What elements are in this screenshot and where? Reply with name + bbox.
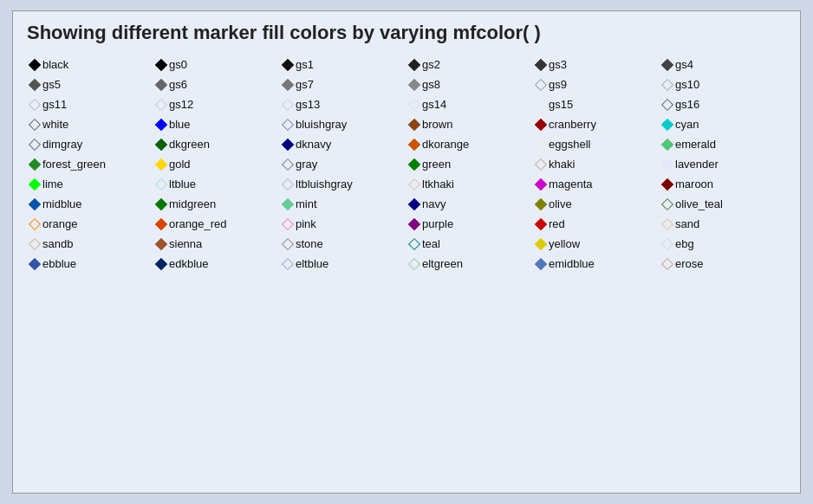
- list-item: cyan: [660, 116, 786, 132]
- color-diamond-icon: [282, 58, 294, 70]
- list-item: white: [27, 116, 153, 132]
- list-item: eltgreen: [406, 255, 533, 272]
- color-label: olive_teal: [675, 197, 723, 210]
- list-item: magenta: [533, 176, 660, 192]
- color-label: gs5: [42, 78, 61, 91]
- color-diamond-icon: [155, 197, 167, 210]
- color-diamond-icon: [535, 98, 547, 110]
- list-item: edkblue: [153, 255, 280, 272]
- list-item: teal: [406, 236, 533, 252]
- list-item: red: [533, 216, 660, 232]
- color-diamond-icon: [29, 158, 41, 170]
- color-label: gs4: [675, 58, 693, 71]
- list-item: orange: [27, 216, 153, 232]
- list-item: brown: [406, 116, 533, 132]
- color-label: lavender: [675, 158, 719, 171]
- color-diamond-icon: [535, 138, 547, 150]
- color-diamond-icon: [408, 98, 420, 110]
- color-label: lime: [42, 178, 63, 191]
- color-diamond-icon: [282, 118, 294, 130]
- list-item: gs16: [660, 96, 786, 113]
- list-item: erose: [660, 255, 786, 272]
- color-diamond-icon: [661, 237, 673, 249]
- list-item: ebblue: [27, 255, 153, 272]
- color-label: dimgray: [42, 138, 82, 151]
- color-diamond-icon: [29, 178, 41, 190]
- color-label: midblue: [42, 197, 82, 210]
- color-label: edkblue: [169, 257, 209, 270]
- color-label: teal: [422, 237, 440, 250]
- list-item: orange_red: [153, 216, 280, 232]
- color-diamond-icon: [155, 178, 167, 190]
- list-item: midblue: [27, 196, 153, 212]
- list-item: emerald: [660, 136, 786, 152]
- list-item: lime: [27, 176, 153, 192]
- color-label: eltblue: [296, 257, 328, 270]
- color-diamond-icon: [155, 78, 167, 90]
- list-item: blue: [153, 116, 280, 132]
- color-label: black: [42, 58, 68, 71]
- color-label: pink: [296, 217, 316, 230]
- color-diamond-icon: [408, 257, 420, 269]
- color-label: sandb: [42, 237, 73, 250]
- color-diamond-icon: [155, 118, 167, 130]
- color-diamond-icon: [661, 138, 673, 150]
- color-diamond-icon: [661, 158, 673, 170]
- color-diamond-icon: [408, 118, 420, 130]
- color-label: blue: [169, 118, 191, 131]
- color-diamond-icon: [661, 118, 673, 130]
- color-diamond-icon: [661, 197, 673, 210]
- color-label: sand: [675, 217, 699, 230]
- list-item: emidblue: [533, 255, 660, 272]
- list-item: maroon: [660, 176, 786, 192]
- list-item: gs5: [27, 76, 153, 93]
- color-diamond-icon: [408, 237, 420, 249]
- list-item: gs7: [280, 76, 406, 93]
- color-label: bluishgray: [296, 118, 347, 131]
- color-label: yellow: [549, 237, 580, 250]
- color-label: cranberry: [549, 118, 596, 131]
- color-diamond-icon: [408, 58, 420, 70]
- color-label: dkgreen: [169, 138, 210, 151]
- color-label: cyan: [675, 118, 699, 131]
- color-diamond-icon: [535, 257, 547, 269]
- color-grid: blackgs0gs1gs2gs3gs4gs5gs6gs7gs8gs9gs10g…: [27, 56, 786, 272]
- color-label: gray: [296, 158, 317, 171]
- color-label: khaki: [549, 158, 575, 171]
- color-diamond-icon: [282, 138, 294, 150]
- color-diamond-icon: [29, 217, 41, 229]
- list-item: gs9: [533, 76, 660, 93]
- color-label: midgreen: [169, 197, 216, 210]
- color-label: ebg: [675, 237, 694, 250]
- list-item: gray: [280, 156, 406, 172]
- list-item: gs6: [153, 76, 280, 93]
- color-label: gs0: [169, 58, 187, 71]
- color-diamond-icon: [535, 217, 547, 229]
- color-diamond-icon: [155, 138, 167, 150]
- main-container: Showing different marker fill colors by …: [12, 10, 801, 494]
- color-label: forest_green: [42, 158, 106, 171]
- list-item: dkorange: [406, 136, 533, 152]
- color-diamond-icon: [29, 78, 41, 90]
- color-label: emerald: [675, 138, 716, 151]
- color-label: sienna: [169, 237, 202, 250]
- color-diamond-icon: [535, 118, 547, 130]
- color-label: gs16: [675, 98, 699, 111]
- list-item: mint: [280, 196, 406, 212]
- color-label: maroon: [675, 178, 713, 191]
- list-item: lavender: [660, 156, 786, 172]
- list-item: forest_green: [27, 156, 153, 172]
- color-diamond-icon: [282, 257, 294, 269]
- list-item: gs1: [280, 56, 406, 73]
- list-item: ebg: [660, 236, 786, 252]
- color-diamond-icon: [408, 158, 420, 170]
- color-diamond-icon: [535, 58, 547, 70]
- list-item: gold: [153, 156, 280, 172]
- list-item: gs13: [280, 96, 406, 113]
- list-item: gs12: [153, 96, 280, 113]
- color-label: gs9: [549, 78, 567, 91]
- color-diamond-icon: [661, 98, 673, 110]
- color-label: mint: [296, 197, 317, 210]
- list-item: dknavy: [280, 136, 406, 152]
- color-diamond-icon: [408, 78, 420, 90]
